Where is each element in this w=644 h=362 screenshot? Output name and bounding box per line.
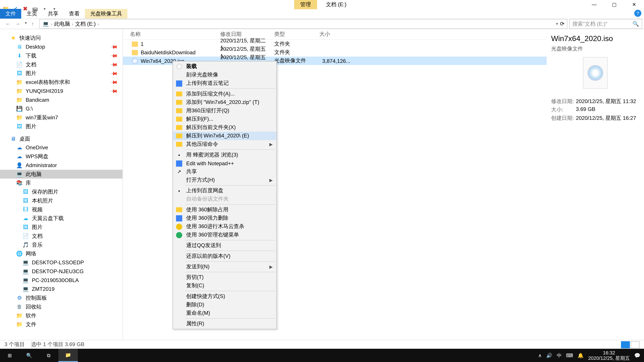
context-menu-item[interactable]: 装载 <box>173 62 276 71</box>
tree-item[interactable]: ☁OneDrive <box>0 143 122 152</box>
tree-item[interactable]: 💻PC-20190530OBLA <box>0 276 122 285</box>
tree-item[interactable]: ⬇下载📌 <box>0 51 122 60</box>
tree-item[interactable]: ☁天翼云盘下载 <box>0 214 122 223</box>
tree-item[interactable]: 📁excel表格制作求和📌 <box>0 78 122 87</box>
column-type[interactable]: 类型 <box>274 30 319 38</box>
breadcrumb-item[interactable]: 文档 (E:) <box>75 20 96 28</box>
tree-item[interactable]: 📄文档 <box>0 232 122 241</box>
column-name[interactable]: 名称 <box>123 30 220 38</box>
nav-history-dropdown[interactable]: ▾ <box>25 21 27 27</box>
tree-item[interactable]: 💻DESKTOP-LSSOEDP <box>0 258 122 267</box>
tree-item[interactable]: ★快速访问 <box>0 33 122 42</box>
nav-back-button[interactable]: ← <box>5 21 11 27</box>
refresh-icon[interactable]: ⟳ <box>560 21 564 27</box>
nav-forward-button[interactable]: → <box>15 21 20 27</box>
ribbon-tab-disc-tools[interactable]: 光盘映像工具 <box>85 9 127 18</box>
tree-item[interactable]: 📁文件 <box>0 320 122 329</box>
tree-item[interactable]: 🖥桌面 <box>0 134 122 143</box>
context-menu-item[interactable]: 创建快捷方式(S) <box>173 292 276 301</box>
tree-item[interactable]: 🗑回收站 <box>0 302 122 311</box>
context-menu-item[interactable]: Edit with Notepad++ <box>173 159 276 167</box>
context-menu-item[interactable]: 使用 360管理右键菜单 <box>173 231 276 239</box>
maximize-button[interactable]: ▢ <box>604 0 624 9</box>
context-menu-item[interactable]: 上传到有道云笔记 <box>173 79 276 87</box>
tree-item[interactable]: 🖼本机照片 <box>0 196 122 205</box>
tree-item[interactable]: 🖼保存的图片 <box>0 187 122 196</box>
tree-item[interactable]: 📁win7重装win7 <box>0 113 122 122</box>
tree-item[interactable]: 💻此电脑 <box>0 170 122 179</box>
context-menu-item[interactable]: 使用 360解除占用 <box>173 205 276 214</box>
context-menu-item[interactable]: 重命名(M) <box>173 309 276 318</box>
tray-notification-icon[interactable]: 🔔 <box>578 353 584 358</box>
column-date[interactable]: 修改日期 <box>220 30 274 38</box>
context-menu-item[interactable]: 其他压缩命令▶ <box>173 140 276 148</box>
breadcrumb-item[interactable]: 此电脑 <box>54 20 70 28</box>
minimize-button[interactable]: — <box>584 0 604 9</box>
context-menu-item[interactable]: 解压到(F)... <box>173 115 276 123</box>
context-menu-item[interactable]: 复制(C) <box>173 282 276 290</box>
tree-item[interactable]: 🖥Desktop📌 <box>0 42 122 51</box>
tree-item[interactable]: 📁软件 <box>0 311 122 320</box>
tree-item[interactable]: 🖼图片 <box>0 223 122 232</box>
tray-volume-icon[interactable]: 🔊 <box>546 353 552 358</box>
tree-item[interactable]: 📁YUNQISHI2019📌 <box>0 87 122 95</box>
breadcrumb-dropdown[interactable]: ▾ <box>556 22 558 26</box>
help-icon[interactable]: ? <box>634 10 641 17</box>
tray-overflow-icon[interactable]: ∧ <box>538 353 542 358</box>
context-menu-item[interactable]: 还原以前的版本(V) <box>173 252 276 260</box>
view-details-button[interactable] <box>621 341 630 348</box>
tree-item[interactable]: 📁Bandicam <box>0 95 122 104</box>
context-menu-item[interactable]: 通过QQ发送到 <box>173 241 276 250</box>
task-view-button[interactable]: ⧉ <box>39 349 58 362</box>
column-size[interactable]: 大小 <box>319 30 355 38</box>
context-menu-item[interactable]: 属性(R) <box>173 320 276 328</box>
ribbon-tab-share[interactable]: 共享 <box>42 9 64 18</box>
tree-item[interactable]: 📄文档📌 <box>0 60 122 69</box>
tree-item[interactable]: 🌐网络 <box>0 249 122 258</box>
tray-keyboard-icon[interactable]: ⌨ <box>566 353 573 358</box>
tree-item[interactable]: 💻DESKTOP-NJEU3CG <box>0 267 122 276</box>
tree-item[interactable]: 👤Administrator <box>0 161 122 170</box>
context-menu-item[interactable]: 添加到压缩文件(A)... <box>173 90 276 98</box>
file-row[interactable]: BaiduNetdiskDownload2020/12/25, 星期五 1...… <box>123 48 547 56</box>
context-menu-item[interactable]: 解压到当前文件夹(X) <box>173 123 276 132</box>
context-menu-item[interactable]: 使用 360进行木马云查杀 <box>173 222 276 231</box>
tree-item[interactable]: 🎞视频 <box>0 205 122 214</box>
ribbon-tab-home[interactable]: 主页 <box>21 9 42 18</box>
context-menu-item[interactable]: 用360压缩打开(Q) <box>173 107 276 115</box>
context-menu-item[interactable]: ↗共享 <box>173 168 276 176</box>
tree-item[interactable]: 💾G:\ <box>0 104 122 113</box>
tree-item[interactable]: ⚙控制面板 <box>0 294 122 302</box>
context-menu-item[interactable]: 发送到(N)▶ <box>173 263 276 271</box>
context-menu-item[interactable]: 刻录光盘映像 <box>173 71 276 79</box>
ribbon-tab-file[interactable]: 文件 <box>0 9 21 18</box>
ribbon-tab-view[interactable]: 查看 <box>64 9 85 18</box>
taskbar-search-button[interactable]: 🔍 <box>20 349 39 362</box>
context-menu-item[interactable]: •用 蜂蜜浏览器 浏览(3) <box>173 151 276 159</box>
file-row[interactable]: 12020/12/15, 星期二 1...文件夹 <box>123 40 547 48</box>
context-menu-item[interactable]: •上传到百度网盘 <box>173 187 276 195</box>
search-input[interactable]: 搜索"文档 (E:)" 🔍 <box>569 19 642 29</box>
start-button[interactable]: ⊞ <box>0 349 20 362</box>
context-menu-item[interactable]: 打开方式(H)▶ <box>173 176 276 184</box>
tree-item[interactable]: ☁WPS网盘 <box>0 152 122 161</box>
taskbar-explorer-button[interactable]: 📁 <box>58 349 78 362</box>
tree-item[interactable]: 🎵音乐 <box>0 241 122 249</box>
close-button[interactable]: ✕ <box>624 0 644 9</box>
breadcrumb[interactable]: 💻 › 此电脑 › 文档 (E:) › ▾ ⟳ <box>40 19 568 29</box>
action-center-icon[interactable]: 💬 <box>634 353 640 358</box>
taskbar-clock[interactable]: 16:32 2020/12/25, 星期五 <box>588 350 630 361</box>
tray-ime-icon[interactable]: 中 <box>557 352 562 359</box>
context-menu-item[interactable]: 剪切(T) <box>173 273 276 282</box>
tree-item[interactable]: 🖼图片 <box>0 122 122 131</box>
context-menu-item[interactable]: 解压到 Win7x64_2020\ (E) <box>173 132 276 140</box>
context-menu-item[interactable]: 使用 360强力删除 <box>173 214 276 222</box>
menu-item-icon <box>176 107 183 114</box>
context-menu-item[interactable]: 删除(D) <box>173 301 276 309</box>
tree-item[interactable]: 📚库 <box>0 178 122 187</box>
tree-item[interactable]: 💻ZMT2019 <box>0 285 122 294</box>
tree-item[interactable]: 🖼图片📌 <box>0 69 122 78</box>
view-icons-button[interactable] <box>631 341 640 348</box>
nav-up-button[interactable]: ↑ <box>31 21 34 27</box>
context-menu-item[interactable]: 添加到 "Win7x64_2020.zip" (T) <box>173 98 276 106</box>
